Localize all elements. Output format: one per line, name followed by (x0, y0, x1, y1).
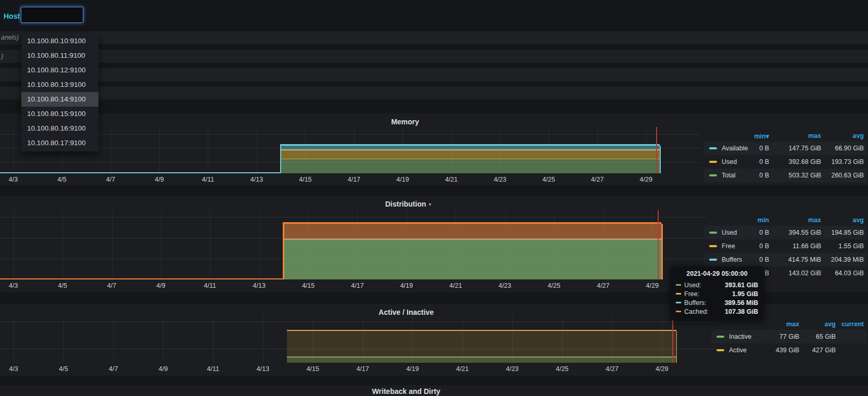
legend-value: 0 B (737, 256, 769, 263)
legend-series-toggle[interactable]: Inactive (716, 333, 755, 340)
tooltip-series-swatch (676, 311, 681, 312)
panel-title[interactable]: Active / Inactive (379, 308, 434, 316)
legend-row: Inactive77 GiB65 GiB (711, 330, 867, 343)
legend-series-toggle[interactable]: Used (709, 158, 737, 165)
x-axis-tick-label: 4/23 (498, 282, 511, 289)
dropdown-option[interactable]: 10.100.80.12:9100 (21, 63, 98, 78)
legend-value: 193.73 GiB (821, 158, 864, 165)
collapsed-row-label-partial: ) (1, 50, 3, 63)
panel-title-text: Distribution (385, 200, 426, 208)
legend-series-toggle[interactable]: Total (709, 172, 737, 179)
x-axis-tick-label: 4/7 (109, 365, 118, 373)
dropdown-option[interactable]: 10.100.80.14:9100 (21, 92, 98, 107)
legend-series-toggle[interactable]: Buffers (709, 256, 737, 263)
series-fill (283, 224, 661, 240)
legend-value: 0 B (737, 172, 769, 179)
x-axis-tick-label: 4/15 (299, 176, 311, 183)
series-fill (287, 357, 676, 363)
series-line (0, 278, 283, 279)
legend-column-header[interactable]: avg (799, 321, 836, 328)
legend-column-header[interactable]: current (836, 321, 864, 328)
host-dropdown[interactable]: 10.100.80.10:910010.100.80.11:910010.100… (21, 33, 98, 151)
active-inactive-chart-plot[interactable] (0, 316, 718, 363)
x-axis-tick-label: 4/7 (106, 176, 115, 183)
x-axis-tick-label: 4/3 (9, 365, 18, 373)
panel-title[interactable]: Writeback and Dirty (372, 387, 440, 395)
legend-series-toggle[interactable]: Used (709, 229, 737, 236)
panel-title-text: Memory (391, 118, 419, 126)
series-fill (280, 146, 660, 150)
tooltip-series-label: Buffers: (684, 299, 707, 306)
legend-header-row: minmaxavg (704, 214, 867, 226)
legend-series-toggle[interactable]: Free (709, 242, 737, 250)
x-axis-tick-label: 4/7 (107, 282, 116, 289)
distribution-chart-plot[interactable] (0, 210, 707, 279)
tooltip-series-swatch (676, 302, 681, 303)
distribution-x-axis: 4/34/54/74/94/114/134/154/174/194/214/23… (0, 282, 707, 290)
grid-line (259, 210, 260, 279)
x-axis-tick-label: 4/19 (406, 365, 419, 373)
panel-title-text: Active / Inactive (379, 308, 434, 316)
legend-value: 427 GiB (799, 347, 836, 354)
legend-column-header[interactable]: max (769, 216, 821, 224)
legend-series-label: Used (722, 229, 737, 236)
tooltip-series-swatch (676, 293, 681, 295)
tooltip-series-row: Cached:107.38 GiB (676, 307, 758, 316)
grid-line (210, 210, 210, 279)
legend-value: 11.66 GiB (769, 242, 821, 250)
legend-series-label: Used (722, 158, 737, 165)
legend-series-label: Total (722, 172, 735, 179)
dropdown-option[interactable]: 10.100.80.17:9100 (21, 136, 98, 150)
legend-row: Used0 B392.68 GiB193.73 GiB (704, 155, 867, 169)
collapsed-row[interactable] (0, 86, 868, 99)
memory-legend: min▾maxavgAvailable0 B147.75 GiB66.90 Gi… (704, 130, 867, 182)
panel-title[interactable]: Distribution▾ (385, 200, 432, 208)
legend-column-header[interactable]: min▾ (737, 132, 769, 140)
x-axis-tick-label: 4/11 (202, 176, 214, 183)
legend-series-label: Active (729, 347, 747, 354)
legend-column-header[interactable]: max (769, 132, 821, 139)
x-axis-tick-label: 4/21 (445, 176, 458, 183)
x-axis-tick-label: 4/9 (159, 365, 168, 373)
legend-row: Free0 B11.66 GiB1.55 GiB (704, 239, 867, 253)
collapsed-row[interactable]: ) (0, 50, 868, 63)
dropdown-option[interactable]: 10.100.80.16:9100 (21, 121, 98, 136)
dropdown-option[interactable]: 10.100.80.15:9100 (21, 107, 98, 121)
legend-row: Buffers0 B414.75 MiB204.39 MiB (704, 253, 867, 266)
legend-value: 1.55 GiB (821, 242, 864, 250)
panel-menu-caret-icon[interactable]: ▾ (429, 201, 431, 207)
x-axis-tick-label: 4/23 (494, 176, 506, 183)
x-axis-tick-label: 4/5 (57, 176, 66, 183)
panel-title[interactable]: Memory (391, 118, 419, 126)
legend-row: Used0 B394.55 GiB194.85 GiB (704, 226, 867, 239)
legend-value: 392.68 GiB (769, 158, 821, 165)
tooltip-timestamp: 2021-04-29 05:00:00 (676, 270, 758, 277)
collapsed-row[interactable] (0, 68, 868, 81)
memory-x-axis: 4/34/54/74/94/114/134/154/174/194/214/23… (0, 176, 700, 184)
collapsed-row[interactable]: anels) (0, 31, 868, 44)
grid-line (112, 210, 112, 279)
dropdown-option[interactable]: 10.100.80.11:9100 (21, 48, 98, 63)
legend-column-header[interactable]: max (755, 321, 799, 328)
x-axis-tick-label: 4/25 (556, 365, 568, 373)
legend-column-header[interactable]: min (737, 216, 769, 224)
chart-tooltip: 2021-04-29 05:00:00 Used:393.61 GiBFree:… (671, 266, 763, 320)
x-axis-tick-label: 4/17 (356, 365, 369, 373)
x-axis-tick-label: 4/29 (646, 282, 659, 289)
legend-row: Active439 GiB427 GiB (711, 343, 867, 357)
dropdown-option[interactable]: 10.100.80.10:9100 (21, 34, 98, 48)
grid-line (0, 322, 718, 322)
x-axis-tick-label: 4/5 (59, 365, 68, 373)
legend-column-header[interactable]: avg (821, 216, 864, 224)
x-axis-tick-label: 4/21 (456, 365, 469, 373)
host-select-input[interactable] (21, 7, 83, 23)
legend-column-header[interactable]: avg (821, 132, 864, 139)
memory-chart-plot[interactable] (0, 127, 700, 173)
dropdown-option[interactable]: 10.100.80.13:9100 (21, 78, 98, 92)
legend-series-toggle[interactable]: Available (709, 145, 737, 152)
x-axis-tick-label: 4/27 (591, 176, 603, 183)
annotation-line (656, 127, 657, 173)
legend-series-swatch (709, 232, 717, 234)
legend-series-toggle[interactable]: Active (716, 347, 755, 354)
legend-header-row: maxavgcurrent (711, 318, 867, 330)
